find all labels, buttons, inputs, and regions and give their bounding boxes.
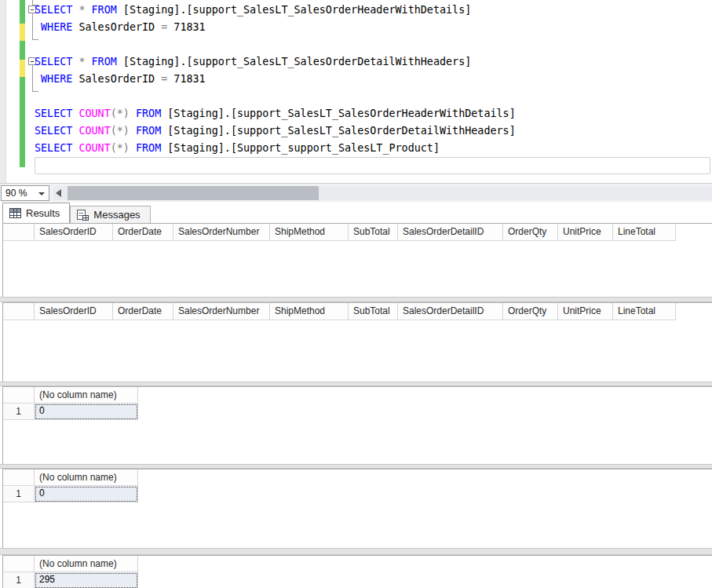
row-number-header-cell[interactable]: [3, 224, 35, 241]
grid-empty-area: [3, 241, 712, 297]
code-token: *: [79, 56, 85, 68]
grid-header-row: SalesOrderIDOrderDateSalesOrderNumberShi…: [3, 224, 712, 241]
code-token: 71831: [167, 21, 205, 33]
column-header-salesorderdetailid[interactable]: SalesOrderDetailID: [398, 224, 503, 241]
grid-cell[interactable]: 0: [35, 486, 138, 502]
scroll-left-arrow-icon[interactable]: [53, 186, 64, 200]
grid-empty-area: [3, 420, 712, 464]
code-lines[interactable]: SELECT * FROM [Staging].[support_SalesLT…: [0, 2, 712, 174]
code-line-9[interactable]: SELECT COUNT(*) FROM [Staging].[Support_…: [35, 140, 712, 157]
tab-results[interactable]: Results: [2, 203, 70, 223]
column-header-linetotal[interactable]: LineTotal: [613, 303, 676, 320]
column-header-shipmethod[interactable]: ShipMethod: [270, 303, 349, 320]
zoom-level-value: 90 %: [5, 188, 27, 199]
code-token: WHERE: [41, 73, 72, 85]
column-header-linetotal[interactable]: LineTotal: [613, 224, 676, 241]
horizontal-scrollbar[interactable]: [53, 186, 712, 200]
column-header--no-column-name-[interactable]: (No column name): [35, 387, 138, 404]
grid-header-row: SalesOrderIDOrderDateSalesOrderNumberShi…: [3, 303, 712, 320]
column-header-orderdate[interactable]: OrderDate: [113, 303, 173, 320]
column-header-subtotal[interactable]: SubTotal: [349, 224, 398, 241]
column-header-salesorderid[interactable]: SalesOrderID: [35, 303, 113, 320]
code-token: [Staging].[support_SalesLT_SalesOrderDet…: [117, 56, 471, 68]
code-token: FROM: [136, 125, 161, 137]
editor-bottom-bar: 90 %: [0, 183, 712, 202]
code-token: SalesOrderID: [72, 73, 161, 85]
grid-splitter[interactable]: [0, 548, 712, 555]
column-header-salesorderdetailid[interactable]: SalesOrderDetailID: [398, 303, 503, 320]
tab-results-label: Results: [26, 207, 60, 219]
result-grid-1: SalesOrderIDOrderDateSalesOrderNumberShi…: [2, 223, 712, 297]
row-number-header-cell[interactable]: [3, 303, 35, 320]
code-token: [Staging].[support_SalesLT_SalesOrderDet…: [161, 125, 515, 137]
code-token: SELECT: [35, 142, 72, 154]
table-row: 1295: [3, 572, 712, 588]
grid-empty-area: [3, 502, 712, 548]
scrollbar-thumb[interactable]: [68, 186, 319, 200]
code-token: SELECT: [35, 4, 72, 16]
tab-messages[interactable]: Messages: [70, 206, 150, 223]
code-token: [130, 142, 136, 154]
code-token: SalesOrderID: [72, 21, 161, 33]
code-token: [Staging].[Support_support_SalesLT_Produ…: [161, 142, 440, 154]
column-header-salesorderid[interactable]: SalesOrderID: [35, 224, 113, 241]
row-number-cell[interactable]: 1: [3, 486, 35, 502]
code-token: (*): [111, 142, 130, 154]
column-header-unitprice[interactable]: UnitPrice: [558, 303, 613, 320]
code-line-10[interactable]: [35, 157, 710, 174]
code-line-2[interactable]: WHERE SalesOrderID = 71831: [35, 19, 712, 36]
column-header-shipmethod[interactable]: ShipMethod: [270, 224, 349, 241]
column-header-salesordernumber[interactable]: SalesOrderNumber: [173, 303, 270, 320]
messages-icon: [77, 210, 89, 221]
code-token: COUNT: [79, 108, 110, 119]
grid-cell[interactable]: 295: [35, 572, 138, 588]
code-token: 71831: [167, 73, 205, 85]
sql-editor[interactable]: SELECT * FROM [Staging].[support_SalesLT…: [0, 0, 712, 183]
row-number-cell[interactable]: 1: [3, 404, 35, 420]
column-header--no-column-name-[interactable]: (No column name): [35, 469, 138, 486]
code-token: [130, 108, 136, 119]
code-token: [Staging].[support_SalesLT_SalesOrderHea…: [161, 108, 515, 119]
code-token: (*): [111, 108, 130, 119]
code-line-8[interactable]: SELECT COUNT(*) FROM [Staging].[support_…: [35, 122, 712, 140]
code-line-1[interactable]: SELECT * FROM [Staging].[support_SalesLT…: [35, 2, 712, 19]
zoom-level-combo[interactable]: 90 %: [1, 185, 49, 201]
column-header-orderqty[interactable]: OrderQty: [503, 224, 558, 241]
grid-splitter[interactable]: [0, 297, 712, 302]
column-header-orderqty[interactable]: OrderQty: [503, 303, 558, 320]
result-grid-3: (No column name)10: [2, 386, 712, 464]
code-token: [86, 56, 92, 68]
column-header-orderdate[interactable]: OrderDate: [113, 224, 173, 241]
row-number-header-cell[interactable]: [3, 556, 35, 572]
code-token: [35, 73, 41, 85]
tab-messages-label: Messages: [93, 209, 140, 221]
column-header-unitprice[interactable]: UnitPrice: [558, 224, 613, 241]
column-header-subtotal[interactable]: SubTotal: [349, 303, 398, 320]
code-line-6[interactable]: [35, 88, 712, 105]
code-line-4[interactable]: SELECT * FROM [Staging].[support_SalesLT…: [35, 53, 712, 71]
code-line-7[interactable]: SELECT COUNT(*) FROM [Staging].[support_…: [35, 105, 712, 122]
grid-empty-area: [3, 320, 712, 382]
code-token: FROM: [92, 56, 117, 68]
code-line-5[interactable]: WHERE SalesOrderID = 71831: [35, 71, 712, 88]
table-row: 10: [3, 486, 712, 502]
result-grid-5: (No column name)1295: [2, 555, 712, 588]
code-token: SELECT: [35, 108, 72, 119]
code-token: FROM: [136, 142, 161, 154]
row-number-header-cell[interactable]: [3, 387, 35, 404]
column-header--no-column-name-[interactable]: (No column name): [35, 556, 138, 572]
result-grid-2: SalesOrderIDOrderDateSalesOrderNumberShi…: [2, 302, 712, 382]
code-token: FROM: [92, 4, 117, 16]
code-line-3[interactable]: [35, 36, 712, 53]
grid-header-row: (No column name): [3, 469, 712, 486]
grid-header-row: (No column name): [3, 387, 712, 404]
grid-cell[interactable]: 0: [35, 404, 138, 420]
row-number-cell[interactable]: 1: [3, 572, 35, 588]
grid-header-row: (No column name): [3, 556, 712, 572]
code-token: COUNT: [79, 125, 110, 137]
row-number-header-cell[interactable]: [3, 469, 35, 486]
code-token: *: [79, 4, 85, 16]
code-token: SELECT: [35, 56, 72, 68]
column-header-salesordernumber[interactable]: SalesOrderNumber: [173, 224, 270, 241]
code-token: [86, 4, 92, 16]
